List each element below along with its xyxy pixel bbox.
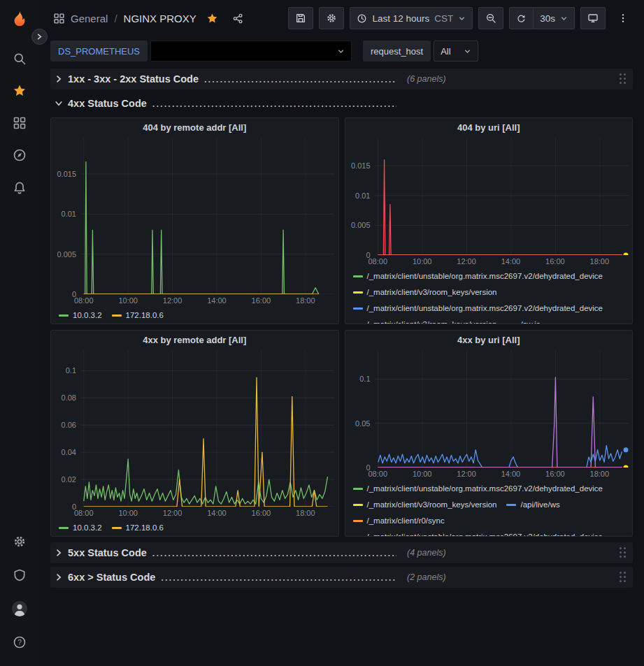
x-axis-label: 18:00 — [292, 509, 320, 517]
y-axis-label: 0.1 — [66, 365, 76, 375]
chart-canvas[interactable] — [375, 350, 629, 468]
breadcrumb-dashboard-title[interactable]: NGINX PROXY — [124, 13, 196, 24]
legend-item[interactable]: /_matrix/client/v3/room_keys/version — [353, 497, 497, 513]
grafana-logo[interactable] — [6, 6, 34, 34]
x-axis-label: 10:00 — [114, 296, 142, 305]
help-icon[interactable]: ? — [4, 627, 35, 658]
drag-handle-icon[interactable] — [618, 570, 629, 585]
refresh-button-group: 30s — [509, 7, 575, 29]
request-host-variable: request_host All — [363, 41, 478, 61]
server-admin-shield-icon[interactable] — [4, 560, 35, 591]
y-axis-label: 0.005 — [351, 220, 371, 230]
chart-canvas[interactable] — [375, 138, 629, 255]
sidebar-main-nav — [4, 42, 35, 204]
time-range-picker[interactable]: Last 12 hours CST — [350, 7, 473, 29]
svg-text:?: ? — [17, 639, 22, 646]
legend-swatch — [59, 527, 69, 529]
dashboard-settings-button[interactable] — [319, 7, 344, 29]
legend-item[interactable]: /_matrix/client/unstable/org.matrix.msc2… — [353, 529, 603, 536]
y-axis-label: 0.05 — [355, 419, 370, 428]
chart-canvas[interactable] — [80, 138, 334, 294]
row-header-6xx[interactable]: 6xx > Status Code ......................… — [50, 567, 633, 588]
plot-area[interactable] — [80, 350, 334, 507]
y-axis: 00.0050.010.015 — [52, 138, 80, 294]
chevron-down-icon — [464, 48, 471, 55]
sidebar-expand-button[interactable] — [31, 29, 48, 45]
cycle-view-mode-button[interactable] — [580, 7, 606, 29]
x-axis-label: 08:00 — [70, 509, 98, 517]
request-host-variable-label: request_host — [363, 41, 431, 61]
plot-area[interactable] — [375, 138, 629, 255]
time-series-chart: 00.020.040.060.080.1 08:0010:0012:0014:0… — [51, 350, 338, 519]
drag-handle-icon[interactable] — [618, 546, 629, 560]
sidebar-bottom-nav: ? — [4, 525, 35, 659]
datasource-variable-dropdown[interactable] — [150, 41, 352, 61]
legend-item[interactable]: /_matrix/client/r0/sync — [353, 513, 445, 529]
legend-item[interactable]: 10.0.3.2 — [59, 520, 102, 536]
row-panel-count: (6 panels) — [407, 74, 446, 84]
x-axis-label: 18:00 — [292, 296, 320, 305]
panel-title[interactable]: 4xx by remote addr [All] — [51, 331, 338, 350]
legend-item[interactable]: 10.0.3.2 — [59, 307, 102, 324]
legend-swatch — [353, 291, 363, 294]
user-avatar[interactable] — [4, 593, 35, 624]
y-axis-label: 0.005 — [57, 249, 76, 259]
configuration-gear-icon[interactable] — [4, 526, 35, 557]
search-icon[interactable] — [4, 43, 35, 74]
drag-handle-icon[interactable] — [618, 72, 629, 87]
legend-swatch — [353, 275, 363, 277]
explore-compass-icon[interactable] — [4, 140, 35, 171]
legend-swatch — [59, 314, 69, 317]
breadcrumb-folder[interactable]: General — [71, 13, 108, 24]
x-axis-label: 14:00 — [496, 257, 524, 266]
starred-dashboards-icon[interactable] — [4, 75, 35, 106]
x-axis-label: 14:00 — [203, 509, 231, 517]
dashboards-icon[interactable] — [4, 108, 35, 138]
plot-area[interactable] — [80, 138, 334, 294]
request-host-variable-dropdown[interactable]: All — [434, 41, 478, 61]
zoom-out-button[interactable] — [478, 7, 503, 29]
y-axis: 00.020.040.060.080.1 — [52, 350, 80, 507]
x-axis-label: 08:00 — [364, 470, 392, 478]
legend-item[interactable]: /_matrix/client/v3/room_keys/version — [353, 317, 497, 324]
x-axis-label: 14:00 — [203, 296, 231, 305]
legend-item[interactable]: /sw.js — [506, 317, 540, 324]
favorite-star-icon[interactable] — [206, 13, 218, 24]
legend-item[interactable]: /_matrix/client/unstable/org.matrix.msc2… — [353, 481, 603, 497]
y-axis: 00.050.1 — [347, 350, 375, 468]
x-axis-label: 10:00 — [114, 509, 142, 517]
row-header-4xx[interactable]: 4xx Status Code ........................… — [50, 93, 633, 114]
refresh-button[interactable] — [509, 7, 534, 29]
refresh-interval-dropdown[interactable]: 30s — [534, 7, 575, 29]
kebab-menu-icon[interactable] — [611, 7, 634, 29]
x-axis-label: 16:00 — [247, 509, 275, 517]
legend-item[interactable]: /_matrix/client/unstable/org.matrix.msc2… — [353, 268, 603, 284]
row-title: 6xx > Status Code — [68, 572, 155, 583]
y-axis-label: 0.015 — [351, 161, 371, 171]
legend-item[interactable]: /_matrix/client/unstable/org.matrix.msc2… — [353, 301, 603, 317]
chevron-down-icon — [55, 99, 63, 108]
x-axis-label: 10:00 — [408, 470, 436, 478]
legend-item[interactable]: /api/live/ws — [506, 497, 559, 513]
row-title: 5xx Status Code — [68, 547, 147, 558]
row-header-5xx[interactable]: 5xx Status Code ........................… — [50, 542, 633, 563]
panel-legend: 10.0.3.2172.18.0.6 — [51, 519, 338, 536]
leader-dots: ........................................… — [161, 572, 396, 583]
panel-title[interactable]: 404 by remote addr [All] — [51, 118, 338, 138]
timezone-label: CST — [434, 13, 453, 24]
legend-item[interactable]: /_matrix/client/v3/room_keys/version — [353, 284, 497, 301]
legend-item[interactable]: 172.18.0.6 — [112, 307, 164, 324]
legend-item[interactable]: 172.18.0.6 — [112, 520, 164, 536]
alerting-bell-icon[interactable] — [4, 172, 35, 203]
row-panel-count: (4 panels) — [407, 548, 446, 558]
row-header-1xx-3xx-2xx[interactable]: 1xx - 3xx - 2xx Status Code ............… — [50, 68, 633, 89]
panel-title[interactable]: 404 by uri [All] — [345, 118, 633, 138]
panel-title[interactable]: 4xx by uri [All] — [345, 331, 633, 350]
datasource-variable-label[interactable]: DS_PROMETHEUS — [50, 41, 148, 61]
share-icon[interactable] — [232, 13, 244, 24]
plot-area[interactable] — [375, 350, 629, 468]
sidebar: ? — [0, 0, 39, 666]
chart-canvas[interactable] — [80, 350, 334, 507]
save-dashboard-button[interactable] — [288, 7, 313, 29]
chevron-down-icon — [560, 15, 568, 22]
